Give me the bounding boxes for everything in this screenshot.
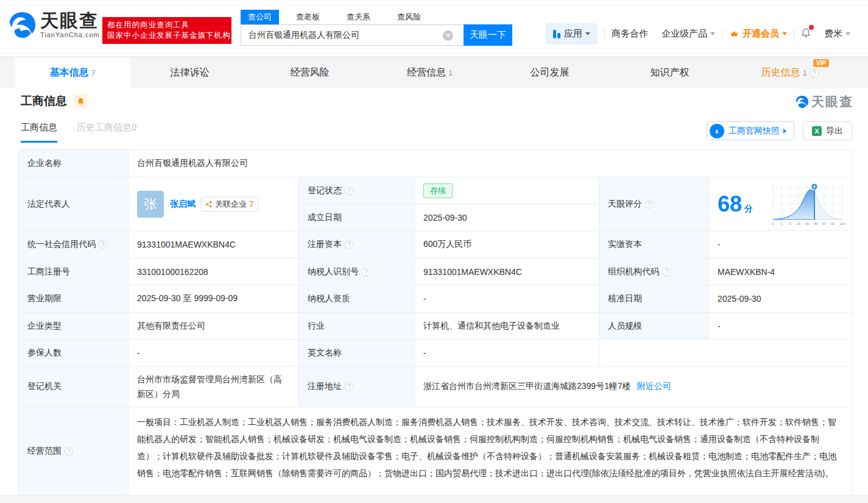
tab-label: 基本信息	[49, 66, 88, 79]
logo-text: 天眼查	[40, 12, 100, 30]
field-value-paid-capital: -	[709, 231, 852, 259]
score-number: 68	[718, 191, 742, 216]
legal-rep-avatar[interactable]: 张	[137, 191, 164, 218]
help-icon[interactable]: ?	[345, 382, 353, 391]
svg-text:97: 97	[822, 222, 827, 226]
tab-history-info[interactable]: VIP 历史信息 1 ?	[730, 57, 850, 88]
tab-count: 7	[91, 68, 95, 77]
field-label-taxpayer-qualification: 纳税人资质	[299, 285, 415, 313]
field-value-company-name: 台州百银通用机器人有限公司	[129, 150, 852, 177]
field-label-registered-capital: 注册资本?	[299, 231, 415, 259]
legal-rep-name-link[interactable]: 张启斌	[170, 199, 196, 210]
field-label-registration-authority: 登记机关	[19, 366, 129, 407]
menu-divider	[722, 29, 722, 39]
network-icon	[205, 201, 213, 208]
arrow-right-icon	[783, 129, 786, 134]
field-value-legal-representative: 张 张启斌 关联企业 7	[129, 177, 299, 231]
field-value-registration-status: 存续	[415, 177, 599, 204]
clear-input-icon[interactable]: ✕	[443, 30, 453, 41]
menu-divider	[604, 29, 605, 39]
apps-menu[interactable]: 应用	[546, 23, 598, 45]
apps-icon	[553, 30, 560, 38]
official-snapshot-button[interactable]: 工商官网快照	[707, 121, 794, 140]
snapshot-label: 工商官网快照	[729, 126, 780, 137]
export-label: 导出	[826, 126, 843, 137]
enterprise-products-menu[interactable]: 企业级产品	[662, 28, 715, 40]
related-companies-label: 关联企业	[215, 199, 247, 210]
related-companies-badge[interactable]: 关联企业 7	[200, 197, 258, 212]
slogan-line2: 国家中小企业发展子基金旗下机构	[107, 30, 227, 41]
help-icon[interactable]: ?	[345, 240, 353, 249]
nearby-companies-link[interactable]: 附近公司	[637, 381, 671, 392]
company-nav-tabs: 基本信息 7 法律诉讼 经营风险 经营信息 1 公司发展 知识产权 VIP 历史…	[0, 57, 868, 88]
tab-count: 1	[802, 68, 806, 77]
tab-label: 经营信息	[407, 66, 446, 79]
username-label: 费米	[824, 28, 842, 40]
tab-operating-info[interactable]: 经营信息 1	[370, 57, 490, 88]
help-icon[interactable]: ?	[345, 187, 353, 195]
svg-text:85: 85	[814, 222, 818, 226]
tab-label: 法律诉讼	[171, 66, 210, 79]
tab-company-development[interactable]: 公司发展	[490, 57, 610, 88]
field-value-establish-date: 2025-09-30	[415, 204, 599, 231]
subtab-history-business-info[interactable]: 历史工商信息0	[77, 122, 136, 143]
svg-text:3: 3	[789, 222, 791, 226]
tab-basic-info[interactable]: 基本信息 7	[15, 57, 130, 88]
field-label-approval-date: 核准日期	[599, 285, 709, 313]
watermark-text: 天眼查	[811, 93, 853, 110]
field-value-credit-code: 91331001MAEWXKBN4C	[129, 231, 299, 259]
tab-label: 公司发展	[531, 66, 570, 79]
crown-icon	[729, 29, 739, 38]
field-value-registered-address: 浙江省台州市台州湾新区三甲街道海城路2399号1幢7楼 附近公司	[415, 366, 852, 407]
export-button[interactable]: X 导出	[803, 121, 852, 140]
search-tab-boss[interactable]: 查老板	[291, 10, 325, 24]
help-icon[interactable]: ?	[362, 268, 370, 276]
svg-text:99: 99	[831, 222, 835, 226]
empty-cell	[599, 340, 852, 366]
score-distribution-chart: 0 1 3 15 50 85 97 99 100	[768, 182, 846, 227]
field-value-insured-count: -	[129, 340, 299, 366]
related-companies-count: 7	[249, 199, 253, 209]
field-label-organization-code: 组织机构代码?	[599, 259, 709, 285]
search-input[interactable]	[241, 24, 464, 46]
field-label-registration-status: 登记状态?	[299, 177, 415, 204]
field-value-business-term: 2025-09-30 至 9999-09-09	[129, 285, 299, 313]
tab-intellectual-property[interactable]: 知识产权	[610, 57, 730, 88]
apps-label: 应用	[564, 28, 582, 40]
header-menu: 应用 商务合作 企业级产品 开通会员 费米	[539, 23, 857, 45]
search-tab-relation[interactable]: 查关系	[342, 10, 375, 24]
search-tab-company[interactable]: 查公司	[241, 10, 279, 24]
tianyancha-mark-icon	[796, 95, 809, 109]
tianyancha-logo[interactable]: 天眼查 TianYanCha.com	[9, 11, 100, 39]
notification-bell-icon[interactable]	[800, 27, 811, 40]
tab-operating-risk[interactable]: 经营风险	[250, 57, 370, 88]
tab-label: 历史信息	[761, 66, 800, 79]
menu-divider	[794, 29, 794, 39]
field-label-registered-address: 注册地址?	[299, 366, 415, 407]
tianyancha-logo-icon	[9, 11, 37, 39]
subtab-business-info[interactable]: 工商信息	[21, 122, 57, 143]
subscribe-bell-icon[interactable]	[73, 94, 88, 109]
svg-text:100: 100	[839, 222, 846, 226]
field-value-english-name: -	[415, 340, 599, 366]
help-icon[interactable]: ?	[810, 69, 819, 77]
field-label-industry: 行业	[299, 313, 415, 340]
search-tab-risk[interactable]: 查风险	[392, 10, 426, 24]
vip-badge: VIP	[813, 59, 829, 67]
help-icon[interactable]: ?	[65, 447, 73, 455]
svg-text:1: 1	[780, 222, 783, 226]
field-value-registration-authority: 台州市市场监督管理局台州湾新区（高新区）分局	[129, 366, 299, 407]
field-label-credit-code: 统一社会信用代码?	[19, 231, 129, 259]
business-cooperation-link[interactable]: 商务合作	[612, 28, 648, 40]
help-icon[interactable]: ?	[662, 268, 671, 276]
page-footer-strip	[0, 495, 868, 503]
user-menu[interactable]: 费米	[824, 28, 850, 40]
help-icon[interactable]: ?	[645, 200, 654, 209]
search-button[interactable]: 天眼一下	[464, 24, 512, 46]
help-icon[interactable]: ?	[99, 240, 107, 249]
score-unit: 分	[744, 204, 753, 213]
open-vip-menu[interactable]: 开通会员	[729, 28, 787, 40]
top-divider	[0, 5, 868, 5]
tab-legal-proceedings[interactable]: 法律诉讼	[130, 57, 250, 88]
field-value-company-type: 其他有限责任公司	[129, 313, 299, 340]
